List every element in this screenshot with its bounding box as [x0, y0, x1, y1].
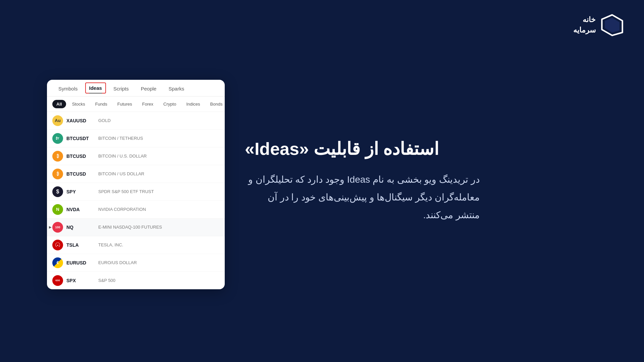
tabs-row: Symbols Ideas Scripts People Sparks: [47, 80, 225, 97]
symbol-list: Au XAUUSD GOLD ₿T BTCUSDT BITCOIN / TETH…: [47, 112, 225, 289]
symbol-ticker: TSLA: [66, 242, 95, 248]
symbol-icon-tsla: [52, 240, 63, 250]
tab-people[interactable]: People: [136, 80, 161, 96]
symbol-name: GOLD: [98, 118, 111, 123]
logo-icon: [600, 13, 624, 37]
symbol-icon-spy: $: [52, 186, 63, 197]
tab-sparks[interactable]: Sparks: [164, 80, 189, 96]
symbol-icon-nvda: N: [52, 204, 63, 215]
filter-indices[interactable]: Indices: [182, 100, 204, 108]
symbol-icon-btcusdt: ₿T: [52, 133, 63, 144]
symbol-icon-xauusd: Au: [52, 115, 63, 126]
nq-arrow-icon: ▶: [49, 225, 52, 229]
page-title: استفاده از قابلیت «Ideas»: [245, 138, 439, 161]
filter-crypto[interactable]: Crypto: [159, 100, 180, 108]
symbol-ticker: BTCUSDT: [66, 136, 95, 141]
symbol-ticker: NVDA: [66, 207, 95, 212]
symbol-ticker: EURUSD: [66, 260, 95, 265]
tab-ideas[interactable]: Ideas: [85, 82, 106, 94]
tab-symbols[interactable]: Symbols: [54, 80, 83, 96]
table-row[interactable]: 600 SPX S&P 500: [47, 272, 225, 289]
symbol-name: NVIDIA CORPORATION: [98, 207, 146, 212]
symbol-icon-eurusd: €: [52, 257, 63, 268]
symbol-ticker: SPX: [66, 278, 95, 283]
filter-stocks[interactable]: Stocks: [68, 100, 89, 108]
table-row[interactable]: $ SPY SPDR S&P 500 ETF TRUST: [47, 183, 225, 201]
symbol-ticker: NQ: [66, 225, 95, 230]
left-panel: Symbols Ideas Scripts People Sparks All …: [47, 80, 225, 289]
symbol-ticker: BTCUSD: [66, 154, 95, 159]
filter-bonds[interactable]: Bonds: [206, 100, 225, 108]
description-text: در تریدینگ ویو بخشی به نام Ideas وجود دا…: [245, 171, 480, 224]
tab-scripts[interactable]: Scripts: [109, 80, 133, 96]
symbol-name: BITCOIN / US DOLLAR: [98, 171, 144, 176]
table-row[interactable]: ▶ 100 NQ E-MINI NASDAQ-100 FUTURES: [47, 219, 225, 236]
table-row[interactable]: € EURUSD EURO/US DOLLAR: [47, 254, 225, 272]
table-row[interactable]: ₿ BTCUSD BITCOIN / U.S. DOLLAR: [47, 147, 225, 165]
symbol-ticker: SPY: [66, 189, 95, 194]
table-row[interactable]: N NVDA NVIDIA CORPORATION: [47, 201, 225, 219]
symbol-ticker: XAUUSD: [66, 118, 95, 123]
filter-row: All Stocks Funds Futures Forex Crypto In…: [47, 97, 225, 112]
symbol-name: EURO/US DOLLAR: [98, 260, 137, 265]
widget-card: Symbols Ideas Scripts People Sparks All …: [47, 80, 225, 289]
symbol-icon-spx: 600: [52, 275, 63, 286]
symbol-name: BITCOIN / TETHERUS: [98, 136, 143, 141]
table-row[interactable]: ₿T BTCUSDT BITCOIN / TETHERUS: [47, 130, 225, 147]
symbol-name: SPDR S&P 500 ETF TRUST: [98, 189, 154, 194]
filter-funds[interactable]: Funds: [91, 100, 111, 108]
filter-forex[interactable]: Forex: [138, 100, 157, 108]
right-panel: استفاده از قابلیت «Ideas» در تریدینگ ویو…: [225, 138, 644, 224]
table-row[interactable]: TSLA TESLA, INC.: [47, 236, 225, 254]
filter-all[interactable]: All: [52, 100, 66, 108]
symbol-icon-btcusd2: ₿: [52, 169, 63, 179]
svg-marker-1: [605, 18, 620, 33]
symbol-icon-btcusd1: ₿: [52, 151, 63, 162]
symbol-name: E-MINI NASDAQ-100 FUTURES: [98, 225, 162, 230]
symbol-name: BITCOIN / U.S. DOLLAR: [98, 154, 147, 159]
table-row[interactable]: ₿ BTCUSD BITCOIN / US DOLLAR: [47, 165, 225, 183]
filter-futures[interactable]: Futures: [113, 100, 136, 108]
symbol-icon-nq: 100: [52, 222, 63, 233]
symbol-name: TESLA, INC.: [98, 242, 123, 247]
logo-container: خانه سرمایه: [573, 13, 624, 37]
symbol-name: S&P 500: [98, 278, 115, 283]
logo-text: خانه سرمایه: [573, 15, 596, 36]
table-row[interactable]: Au XAUUSD GOLD: [47, 112, 225, 130]
symbol-ticker: BTCUSD: [66, 171, 95, 177]
